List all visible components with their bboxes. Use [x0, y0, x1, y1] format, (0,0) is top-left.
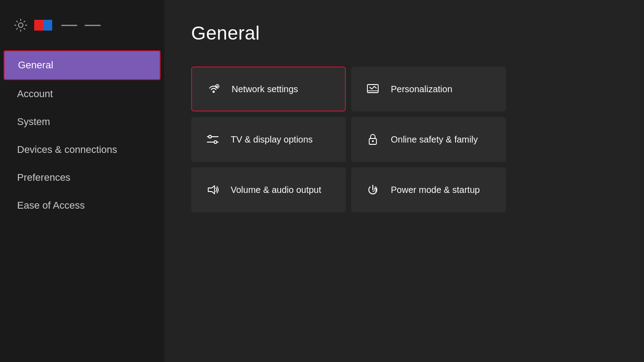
color-blocks	[34, 20, 52, 31]
svg-point-0	[18, 23, 23, 27]
sidebar-item-system[interactable]: System	[4, 108, 161, 136]
sidebar-item-devices-connections[interactable]: Devices & connections	[4, 136, 161, 164]
tile-network-settings-label: Network settings	[232, 83, 298, 95]
app-header	[0, 18, 164, 50]
power-icon	[365, 182, 381, 198]
color-block-red	[34, 20, 43, 31]
sidebar-item-preferences[interactable]: Preferences	[4, 164, 161, 192]
personalization-icon	[365, 81, 381, 97]
lock-icon	[365, 131, 381, 147]
page-title: General	[191, 22, 617, 44]
sidebar-item-ease-of-access[interactable]: Ease of Access	[4, 192, 161, 219]
svg-marker-17	[208, 186, 215, 194]
audio-icon	[205, 182, 221, 198]
network-icon	[206, 81, 222, 97]
sidebar-nav: General Account System Devices & connect…	[0, 50, 164, 219]
svg-point-7	[217, 86, 218, 87]
tile-network-settings[interactable]: Network settings	[191, 67, 346, 112]
gear-icon	[13, 18, 28, 32]
tile-volume-audio-label: Volume & audio output	[231, 184, 321, 196]
display-icon	[205, 131, 221, 147]
tile-online-safety-label: Online safety & family	[391, 134, 478, 145]
sidebar: General Account System Devices & connect…	[0, 0, 164, 362]
settings-grid: Network settings Personalization	[191, 67, 506, 212]
svg-point-1	[213, 91, 215, 93]
tile-personalization-label: Personalization	[391, 83, 452, 95]
divider-2	[85, 25, 101, 26]
svg-point-16	[372, 140, 374, 142]
main-content: General Network settings	[164, 0, 644, 362]
tile-tv-display-label: TV & display options	[231, 134, 313, 145]
tile-volume-audio[interactable]: Volume & audio output	[191, 167, 346, 212]
sidebar-item-general[interactable]: General	[4, 50, 161, 80]
svg-point-12	[209, 135, 211, 138]
svg-point-14	[214, 141, 217, 143]
tile-power-mode[interactable]: Power mode & startup	[351, 167, 506, 212]
divider-1	[61, 25, 77, 26]
tile-online-safety[interactable]: Online safety & family	[351, 117, 506, 162]
tile-personalization[interactable]: Personalization	[351, 67, 506, 112]
sidebar-item-account[interactable]: Account	[4, 80, 161, 108]
color-block-blue	[43, 20, 52, 31]
tile-tv-display[interactable]: TV & display options	[191, 117, 346, 162]
tile-power-mode-label: Power mode & startup	[391, 184, 480, 196]
